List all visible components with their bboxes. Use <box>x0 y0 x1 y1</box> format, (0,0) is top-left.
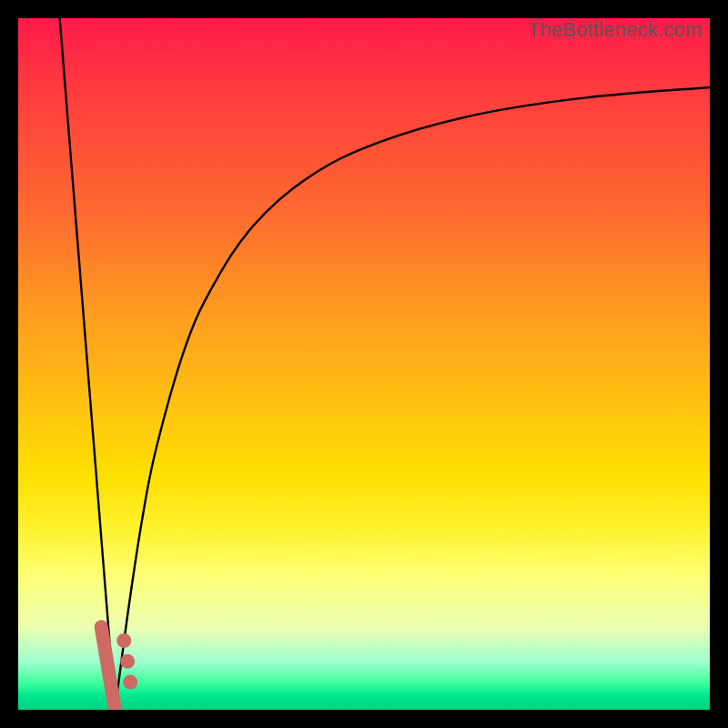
plot-area: TheBottleneck.com <box>18 18 710 710</box>
chart-svg <box>18 18 710 710</box>
marker-bead <box>116 633 131 648</box>
chart-frame: TheBottleneck.com <box>0 0 728 728</box>
curve-left-branch <box>60 18 116 710</box>
marker-bead <box>120 654 135 669</box>
marker-bead <box>123 675 137 690</box>
curve-right-branch <box>115 87 710 710</box>
left-tail-highlight <box>101 627 115 710</box>
